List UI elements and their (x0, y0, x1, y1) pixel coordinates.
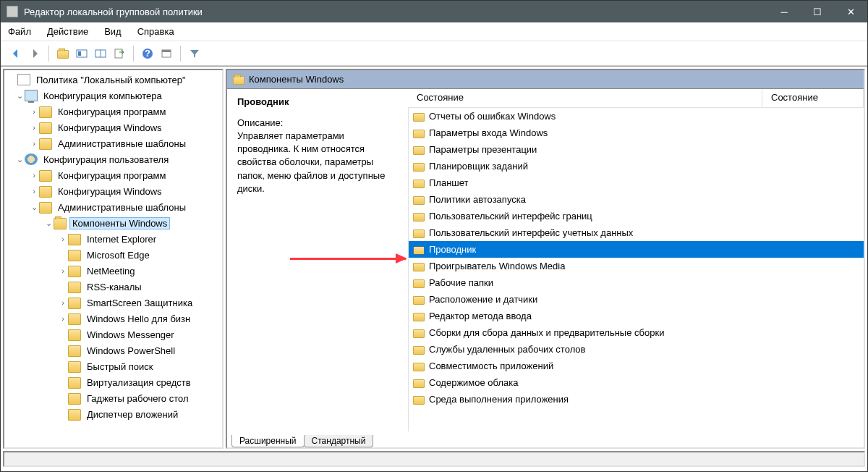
help-button[interactable]: ? (140, 46, 156, 62)
tree-admin-templates[interactable]: › Административные шаблоны (4, 135, 222, 151)
list-item-label: Планшет (429, 177, 469, 188)
up-button[interactable] (55, 46, 71, 62)
folder-icon (413, 396, 425, 405)
tree-user-config[interactable]: ⌄ Конфигурация пользователя (4, 151, 222, 167)
computer-icon (25, 90, 38, 101)
column-state[interactable]: Состояние (408, 89, 762, 107)
window-title: Редактор локальной групповой политики (24, 7, 767, 17)
tree-netmeeting[interactable]: ›NetMeeting (4, 263, 222, 279)
list-item[interactable]: Рабочие папки (409, 274, 864, 291)
tab-standard[interactable]: Стандартный (304, 435, 374, 447)
list-item[interactable]: Сборки для сбора данных и предварительны… (409, 324, 864, 341)
list-item[interactable]: Службы удаленных рабочих столов (409, 341, 864, 358)
folder-icon (413, 296, 425, 305)
folder-icon (68, 282, 81, 293)
tree-windows-config[interactable]: › Конфигурация Windows (4, 119, 222, 135)
folder-open-icon (54, 218, 67, 229)
list-item[interactable]: Планировщик заданий (409, 158, 864, 174)
tree-label: Конфигурация Windows (55, 122, 165, 133)
list-item[interactable]: Редактор метода ввода (409, 308, 864, 324)
back-button[interactable] (8, 46, 24, 62)
tree-computer-config[interactable]: ⌄ Конфигурация компьютера (4, 88, 222, 104)
tree-root-node[interactable]: ▾ Политика "Локальный компьютер" (4, 72, 222, 88)
list-item-label: Пользовательский интерфейс учетных данны… (429, 227, 633, 238)
tree-windows-config-u[interactable]: › Конфигурация Windows (4, 183, 222, 199)
tree-software-config[interactable]: › Конфигурация программ (4, 104, 222, 119)
list-item-label: Сборки для сбора данных и предварительны… (429, 327, 664, 338)
list-item[interactable]: Пользовательский интерфейс границ (409, 208, 864, 224)
folder-icon (413, 130, 425, 138)
folder-icon (39, 106, 52, 118)
description-text: Управляет параметрами проводника. К ним … (237, 130, 398, 195)
tree-rss[interactable]: ›RSS-каналы (4, 279, 222, 295)
toolbar-btn-2[interactable] (93, 46, 109, 62)
policy-icon (17, 74, 30, 85)
folder-icon (413, 113, 425, 122)
tree-label: SmartScreen Защитника (84, 298, 195, 308)
tree-label: Конфигурация программ (55, 170, 169, 181)
list-item[interactable]: Проводник (409, 241, 864, 258)
tree-smartscreen[interactable]: ›SmartScreen Защитника (4, 295, 222, 311)
list-item[interactable]: Планшет (409, 174, 864, 191)
filter-button[interactable] (187, 46, 203, 62)
folder-icon (39, 202, 52, 214)
list-item[interactable]: Совместимость приложений (409, 358, 864, 374)
list-item[interactable]: Политики автозапуска (409, 191, 864, 208)
list-item[interactable]: Параметры входа Windows (409, 125, 864, 141)
toolbar-btn-3[interactable] (158, 46, 174, 62)
tree-dispatcher[interactable]: ›Диспетчер вложений (4, 406, 222, 422)
menu-help[interactable]: Справка (137, 26, 174, 37)
tree-label: Windows PowerShell (84, 345, 178, 356)
maximize-button[interactable]: ☐ (801, 1, 834, 22)
menu-view[interactable]: Вид (104, 26, 122, 37)
tab-extended[interactable]: Расширенный (231, 435, 305, 447)
tree-label: Виртуализация средств (84, 377, 194, 388)
tree-gadgets[interactable]: ›Гаджеты рабочего стол (4, 390, 222, 406)
menu-file[interactable]: Файл (8, 26, 31, 37)
folder-icon (39, 186, 52, 198)
tree-label: Быстрый поиск (84, 361, 156, 372)
list-pane[interactable]: Отчеты об ошибках WindowsПараметры входа… (408, 108, 864, 431)
list-item-label: Параметры входа Windows (429, 127, 548, 138)
minimize-button[interactable]: ─ (767, 1, 801, 22)
menu-action[interactable]: Действие (47, 26, 88, 37)
selected-item-name: Проводник (237, 96, 398, 107)
tree-quicksearch[interactable]: ›Быстрый поиск (4, 358, 222, 374)
tree-win-components[interactable]: ⌄ Компоненты Windows (4, 215, 222, 231)
folder-icon (68, 266, 81, 277)
tree-ie[interactable]: ›Internet Explorer (4, 231, 222, 247)
folder-icon (413, 363, 425, 371)
list-item-label: Проводник (429, 244, 476, 255)
list-item[interactable]: Параметры презентации (409, 141, 864, 158)
forward-button[interactable] (27, 46, 43, 62)
tree-edge[interactable]: ›Microsoft Edge (4, 247, 222, 263)
list-item[interactable]: Среда выполнения приложения (409, 391, 864, 408)
tree-label: Конфигурация программ (55, 106, 169, 117)
list-item[interactable]: Проигрыватель Windows Media (409, 258, 864, 274)
list-item[interactable]: Содержимое облака (409, 374, 864, 391)
tree-label: Компоненты Windows (69, 217, 170, 229)
list-item[interactable]: Пользовательский интерфейс учетных данны… (409, 224, 864, 241)
tree-powershell[interactable]: ›Windows PowerShell (4, 342, 222, 358)
tree-software-config-u[interactable]: › Конфигурация программ (4, 167, 222, 183)
export-button[interactable] (111, 46, 127, 62)
tree-label: Windows Messenger (84, 329, 177, 340)
list-item[interactable]: Расположение и датчики (409, 291, 864, 308)
tree-admin-templates-u[interactable]: ⌄ Административные шаблоны (4, 199, 222, 215)
toolbar-btn-1[interactable] (74, 46, 90, 62)
tree-hello[interactable]: ›Windows Hello для бизн (4, 311, 222, 326)
tree-messenger[interactable]: ›Windows Messenger (4, 326, 222, 342)
folder-icon (413, 279, 425, 288)
tree-label: Политика "Локальный компьютер" (33, 75, 189, 85)
details-pane: Компоненты Windows Проводник Описание: У… (226, 69, 865, 449)
list-item-label: Расположение и датчики (429, 294, 537, 305)
column-headers: Состояние Состояние (408, 89, 864, 108)
folder-icon (413, 196, 425, 205)
close-button[interactable]: ✕ (834, 1, 867, 22)
list-item-label: Службы удаленных рабочих столов (429, 344, 586, 355)
tree-label: Гаджеты рабочего стол (84, 393, 192, 404)
list-item[interactable]: Отчеты об ошибках Windows (409, 108, 864, 125)
user-icon (25, 153, 38, 165)
column-state2[interactable]: Состояние (762, 89, 864, 107)
tree-virtualization[interactable]: ›Виртуализация средств (4, 374, 222, 390)
